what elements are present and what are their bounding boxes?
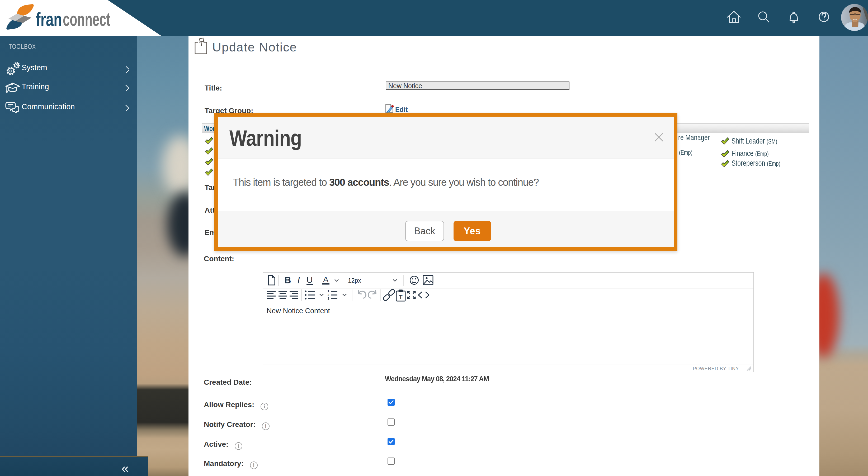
svg-text:A: A bbox=[323, 275, 329, 284]
svg-text:1: 1 bbox=[328, 289, 330, 293]
svg-text:I: I bbox=[297, 275, 300, 285]
svg-text:fran: fran bbox=[36, 9, 62, 30]
svg-text:U: U bbox=[307, 275, 313, 285]
svg-text:12px: 12px bbox=[348, 277, 361, 284]
svg-text:B: B bbox=[284, 275, 291, 285]
svg-text:2: 2 bbox=[328, 293, 330, 297]
svg-text:T: T bbox=[399, 294, 403, 300]
svg-text:connect: connect bbox=[63, 9, 110, 30]
svg-text:3: 3 bbox=[328, 297, 330, 300]
